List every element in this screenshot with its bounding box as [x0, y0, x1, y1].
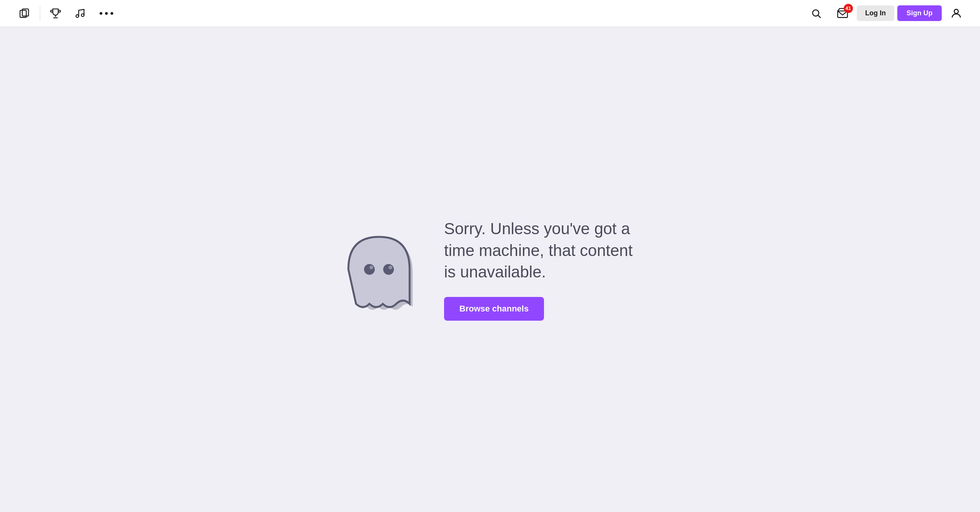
user-icon: [950, 7, 962, 20]
svg-point-10: [954, 9, 959, 13]
svg-point-4: [100, 12, 102, 15]
svg-line-8: [818, 15, 820, 18]
svg-point-6: [111, 12, 113, 15]
search-icon: [811, 8, 822, 19]
music-icon: [75, 8, 85, 19]
header-divider: [40, 6, 40, 21]
svg-point-7: [813, 10, 819, 16]
svg-point-12: [383, 264, 394, 275]
browse-channels-button[interactable]: Browse channels: [444, 297, 544, 321]
svg-point-5: [105, 12, 108, 15]
error-message: Sorry. Unless you've got a time machine,…: [444, 218, 643, 283]
error-text-section: Sorry. Unless you've got a time machine,…: [444, 218, 643, 321]
main-content: Sorry. Unless you've got a time machine,…: [0, 27, 980, 512]
main-header: 41 Log In Sign Up: [0, 0, 980, 27]
more-icon: [99, 11, 114, 16]
notification-button[interactable]: 41: [831, 5, 854, 22]
esports-icon-button[interactable]: [43, 5, 68, 22]
notification-badge: 41: [844, 4, 853, 13]
header-nav-left: [12, 5, 121, 22]
svg-point-2: [76, 15, 79, 17]
clips-icon: [19, 8, 30, 19]
svg-point-11: [364, 264, 375, 275]
svg-point-3: [82, 14, 84, 16]
clips-icon-button[interactable]: [12, 5, 37, 22]
music-icon-button[interactable]: [68, 5, 92, 22]
search-button[interactable]: [804, 5, 828, 22]
user-profile-button[interactable]: [945, 4, 968, 23]
header-nav-right: 41 Log In Sign Up: [804, 4, 968, 23]
ghost-svg: [337, 220, 421, 323]
svg-point-13: [369, 266, 373, 269]
error-container: Sorry. Unless you've got a time machine,…: [337, 218, 643, 321]
ghost-illustration: [337, 220, 421, 319]
more-menu-button[interactable]: [92, 8, 121, 19]
svg-point-14: [389, 266, 392, 269]
trophy-icon: [50, 8, 61, 19]
signup-button[interactable]: Sign Up: [897, 5, 942, 21]
login-button[interactable]: Log In: [857, 5, 894, 21]
